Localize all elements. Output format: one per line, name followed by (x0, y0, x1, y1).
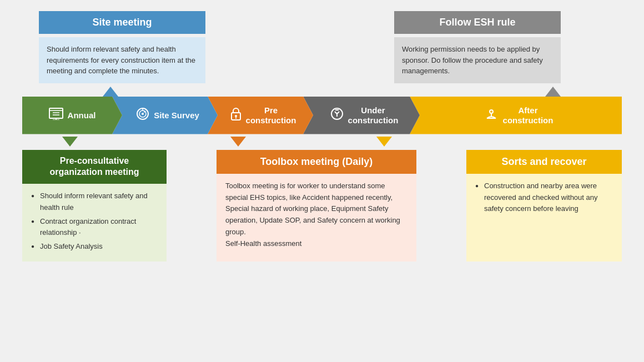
down-arrows-row (22, 137, 622, 147)
pre-consultative-title: Pre-consultativeorganization meeting (22, 150, 167, 184)
under-icon (330, 107, 344, 124)
bullet-item-2: Contract organization contract relations… (31, 216, 158, 239)
arrow-down-orange (230, 137, 246, 147)
pre-consultative-list: Should inform relevant safety and health… (31, 190, 158, 253)
sorts-bullet-item-1: Construction and nearby area were recove… (475, 180, 613, 215)
sorts-recover-body: Construction and nearby area were recove… (466, 174, 622, 262)
follow-esh-title: Follow ESH rule (394, 11, 561, 34)
toolbox-meeting-card: Toolbox meeting (Daily) Toolbox meeting … (217, 150, 416, 262)
under-label: Under construction (348, 105, 399, 125)
toolbox-text: Toolbox meeting is for worker to underst… (225, 180, 407, 250)
sorts-recover-card: Sorts and recover Construction and nearb… (466, 150, 622, 262)
follow-esh-body: Working permission needs to be applied b… (394, 37, 561, 83)
follow-esh-card: Follow ESH rule Working permission needs… (394, 11, 561, 83)
step-survey: Site Survey (112, 97, 218, 134)
pre-consultative-card: Pre-consultativeorganization meeting Sho… (22, 150, 167, 262)
toolbox-meeting-title: Toolbox meeting (Daily) (217, 150, 416, 174)
annual-label: Annual (68, 110, 96, 120)
site-meeting-body: Should inform relevant safety and health… (39, 37, 205, 83)
process-bar: Annual Site Survey (22, 97, 622, 134)
svg-point-12 (235, 115, 237, 117)
survey-label: Site Survey (154, 110, 199, 120)
bullet-item-3: Job Safety Analysis (31, 241, 158, 253)
annual-icon (49, 108, 63, 123)
arrow-up-gray (545, 87, 561, 97)
bottom-section: Pre-consultativeorganization meeting Sho… (22, 150, 622, 262)
pre-consultative-body: Should inform relevant safety and health… (22, 184, 167, 262)
arrow-up-blue (103, 87, 118, 97)
after-label: After construction (503, 105, 554, 125)
bullet-item-1: Should inform relevant safety and health… (31, 190, 158, 214)
step-after: After construction (410, 97, 622, 134)
sorts-recover-title: Sorts and recover (466, 150, 622, 174)
up-arrows-row (22, 87, 622, 97)
sorts-recover-list: Construction and nearby area were recove… (475, 180, 613, 215)
toolbox-meeting-body: Toolbox meeting is for worker to underst… (217, 174, 416, 262)
pre-label: Pre construction (246, 105, 296, 125)
after-icon (484, 107, 499, 124)
arrow-down-yellow (376, 137, 392, 147)
svg-rect-0 (49, 108, 63, 118)
step-pre: Pre construction (208, 97, 313, 134)
step-under: Under construction (303, 97, 420, 134)
arrow-down-green (62, 137, 78, 147)
svg-point-17 (490, 110, 493, 113)
step-annual: Annual (22, 97, 122, 134)
svg-point-8 (142, 113, 144, 115)
pre-icon (230, 107, 242, 124)
site-meeting-title: Site meeting (39, 11, 205, 34)
site-meeting-card: Site meeting Should inform relevant safe… (39, 11, 205, 83)
top-section: Site meeting Should inform relevant safe… (22, 11, 622, 83)
main-container: Site meeting Should inform relevant safe… (0, 0, 644, 362)
survey-icon (136, 107, 149, 124)
